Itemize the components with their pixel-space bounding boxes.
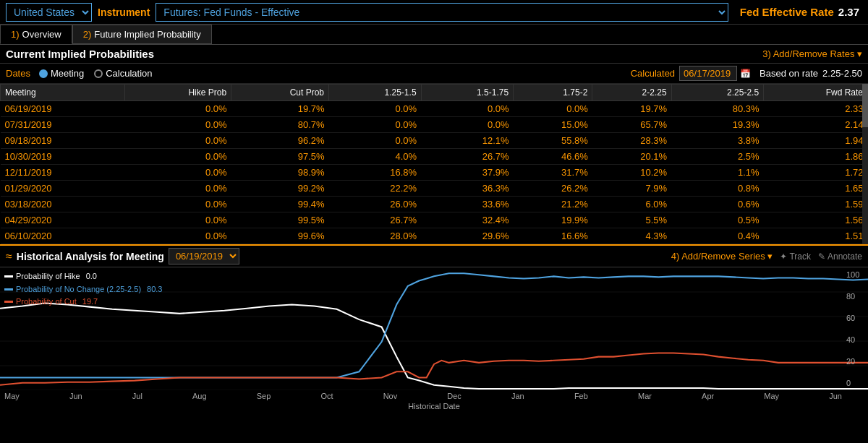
table-cell: 19.7% [592, 101, 671, 117]
table-cell: 2.5% [671, 149, 764, 165]
table-cell: 33.6% [421, 197, 514, 212]
table-cell: 10/30/2019 [1, 149, 125, 165]
table-cell: 5.5% [592, 212, 671, 228]
hist-meeting-select[interactable]: 06/19/2019 [169, 248, 239, 264]
table-cell: 99.6% [231, 228, 329, 244]
table-cell: 0.0% [421, 101, 514, 117]
table-cell: 98.9% [231, 165, 329, 181]
table-cell: 0.8% [671, 181, 764, 197]
table-cell: 07/31/2019 [1, 117, 125, 133]
add-remove-rates-btn[interactable]: 3) Add/Remove Rates ▾ [762, 48, 862, 59]
historical-header: ≈ Historical Analysis for Meeting 06/19/… [0, 244, 868, 267]
x-axis-title: Historical Date [0, 402, 868, 412]
x-label: Aug [192, 392, 207, 400]
y-label: 80 [846, 292, 867, 301]
table-cell: 28.3% [592, 133, 671, 149]
scrollbar-right[interactable] [862, 84, 868, 244]
section-header: Current Implied Probabilities 3) Add/Rem… [0, 45, 868, 64]
table-cell: 0.5% [671, 212, 764, 228]
legend-item: Probability of Cut 19.7 [4, 296, 162, 309]
table-cell: 36.3% [421, 181, 514, 197]
y-label: 60 [846, 314, 867, 322]
table-row[interactable]: 10/30/20190.0%97.5%4.0%26.7%46.6%20.1%2.… [1, 149, 868, 165]
annotate-btn[interactable]: ✎ Annotate [818, 251, 862, 262]
based-on-value: 2.25-2.50 [822, 68, 862, 79]
table-cell: 0.0% [125, 117, 231, 133]
dates-label: Dates [6, 68, 30, 79]
table-cell: 0.0% [329, 117, 422, 133]
table-cell: 80.3% [671, 101, 764, 117]
table-cell: 96.2% [231, 133, 329, 149]
instrument-select[interactable]: Futures: Fed Funds - Effective [156, 3, 728, 22]
track-icon: ✦ [780, 251, 787, 262]
table-cell: 1.51 [764, 228, 868, 244]
table-cell: 29.6% [421, 228, 514, 244]
table-row[interactable]: 06/10/20200.0%99.6%28.0%29.6%16.6%4.3%0.… [1, 228, 868, 244]
table-cell: 3.8% [671, 133, 764, 149]
table-cell: 0.0% [329, 101, 422, 117]
meeting-radio[interactable]: Meeting [39, 68, 84, 79]
table-row[interactable]: 12/11/20190.0%98.9%16.8%37.9%31.7%10.2%1… [1, 165, 868, 181]
x-label: Jan [511, 392, 524, 400]
tab2-number: 2) [83, 29, 92, 40]
table-cell: 1.59 [764, 197, 868, 212]
table-cell: 15.0% [514, 117, 592, 133]
x-label: Jul [132, 392, 142, 400]
table-cell: 0.0% [125, 165, 231, 181]
col-15-175: 1.5-1.75 [421, 85, 514, 101]
section-title: Current Implied Probabilities [6, 48, 154, 60]
table-cell: 97.5% [231, 149, 329, 165]
x-label: May [764, 392, 779, 400]
wave-icon: ≈ [6, 250, 12, 263]
annotate-icon: ✎ [818, 251, 825, 262]
table-cell: 0.0% [421, 117, 514, 133]
calendar-icon[interactable]: 📅 [740, 69, 751, 79]
x-label: Nov [383, 392, 398, 400]
add-remove-series-btn[interactable]: 4) Add/Remove Series ▾ [671, 251, 773, 262]
tab-overview[interactable]: 1) Overview [0, 25, 72, 44]
based-on-label: Based on rate [760, 68, 818, 79]
table-cell: 1.94 [764, 133, 868, 149]
table-cell: 7.9% [592, 181, 671, 197]
instrument-label: Instrument [98, 7, 150, 18]
table-cell: 32.4% [421, 212, 514, 228]
col-175-2: 1.75-2 [514, 85, 592, 101]
country-select[interactable]: United States [6, 3, 92, 22]
table-header-row: Meeting Hike Prob Cut Prob 1.25-1.5 1.5-… [1, 85, 868, 101]
table-cell: 19.7% [231, 101, 329, 117]
table-row[interactable]: 04/29/20200.0%99.5%26.7%32.4%19.9%5.5%0.… [1, 212, 868, 228]
x-label: Sep [257, 392, 271, 400]
table-row[interactable]: 09/18/20190.0%96.2%0.0%12.1%55.8%28.3%3.… [1, 133, 868, 149]
table-row[interactable]: 06/19/20190.0%19.7%0.0%0.0%0.0%19.7%80.3… [1, 101, 868, 117]
x-label: Oct [320, 392, 333, 400]
x-label: Jun [69, 392, 82, 400]
x-label: Feb [574, 392, 588, 400]
table-cell: 03/18/2020 [1, 197, 125, 212]
calculation-radio[interactable]: Calculation [94, 68, 152, 79]
tab-future-implied[interactable]: 2) Future Implied Probability [72, 25, 212, 44]
table-cell: 0.0% [125, 101, 231, 117]
x-label: Dec [447, 392, 461, 400]
table-cell: 21.2% [514, 197, 592, 212]
track-btn[interactable]: ✦ Track [780, 251, 811, 262]
date-row: Dates Meeting Calculation Calculated 📅 B… [0, 64, 868, 84]
table-cell: 4.3% [592, 228, 671, 244]
table-cell: 99.2% [231, 181, 329, 197]
table-row[interactable]: 03/18/20200.0%99.4%26.0%33.6%21.2%6.0%0.… [1, 197, 868, 212]
table-cell: 1.1% [671, 165, 764, 181]
probabilities-table: Meeting Hike Prob Cut Prob 1.25-1.5 1.5-… [0, 84, 868, 244]
table-cell: 1.72 [764, 165, 868, 181]
table-row[interactable]: 01/29/20200.0%99.2%22.2%36.3%26.2%7.9%0.… [1, 181, 868, 197]
calculated-date-input[interactable] [679, 66, 737, 81]
table-cell: 0.0% [329, 133, 422, 149]
x-label: Apr [702, 392, 714, 400]
table-cell: 4.0% [329, 149, 422, 165]
tabs-bar: 1) Overview 2) Future Implied Probabilit… [0, 25, 868, 45]
x-label: May [4, 392, 20, 400]
table-cell: 0.0% [125, 197, 231, 212]
chart-y-labels: 100806040200 [845, 267, 868, 390]
table-row[interactable]: 07/31/20190.0%80.7%0.0%0.0%15.0%65.7%19.… [1, 117, 868, 133]
table-cell: 26.7% [329, 212, 422, 228]
tab1-number: 1) [11, 29, 20, 40]
scroll-thumb [862, 84, 868, 127]
